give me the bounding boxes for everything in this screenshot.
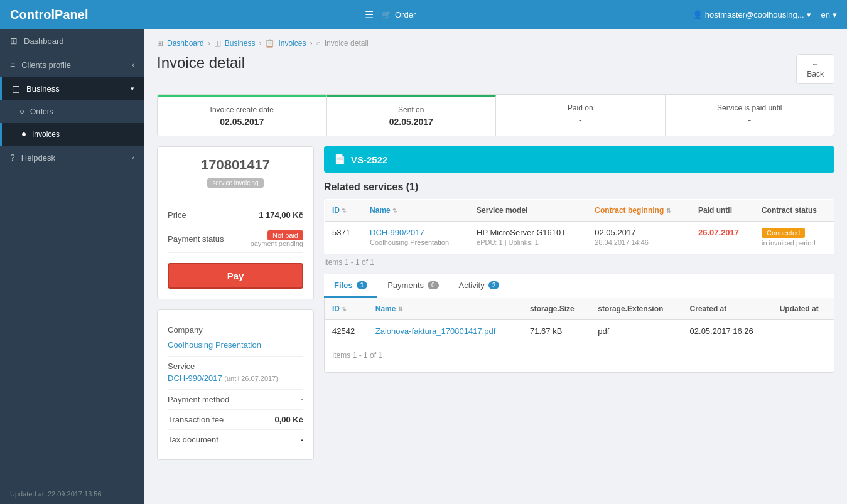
breadcrumb-sep3: › xyxy=(310,39,312,48)
tabs-bar: Files 1 Payments 0 Activity 2 xyxy=(324,274,834,298)
not-paid-badge: Not paid xyxy=(267,230,303,240)
document-icon: 📄 xyxy=(334,154,346,165)
service-row: Service xyxy=(168,357,303,373)
service-suffix: (until 26.07.2017) xyxy=(224,375,278,382)
sort-arrows-icon: ⇅ xyxy=(342,306,347,313)
chevron-left-icon: ‹ xyxy=(132,61,134,68)
cell-paid-until: 26.07.2017 xyxy=(691,222,754,254)
sort-arrows-icon: ⇅ xyxy=(392,208,397,214)
invoice-main-panel: 📄 VS-2522 Related services (1) ID ⇅ Name… xyxy=(324,146,834,380)
page-title: Invoice detail xyxy=(157,54,245,72)
navbar-right: 👤 hostmaster@coolhousing... ▾ en ▾ xyxy=(693,10,837,19)
col-service-model: Service model xyxy=(469,200,587,222)
payment-method-label: Payment method xyxy=(168,395,229,404)
table-row: 42542 Zalohova-faktura_170801417.pdf 71.… xyxy=(325,320,834,343)
cell-name: DCH-990/2017 Coolhousing Presentation xyxy=(362,222,469,254)
tax-document-label: Tax document xyxy=(168,435,218,444)
file-id: 42542 xyxy=(325,320,368,343)
price-row: Price 1 174,00 Kč xyxy=(168,205,303,225)
sidebar-item-business[interactable]: ◫ Business ▾ xyxy=(0,77,144,100)
sidebar-item-dashboard[interactable]: ⊞ Dashboard xyxy=(0,29,144,53)
chevron-left-icon: ‹ xyxy=(132,154,134,161)
files-badge: 1 xyxy=(357,281,368,289)
sidebar: ⊞ Dashboard ≡ Clients profile ‹ ◫ Busine… xyxy=(0,29,144,504)
status-card-paid-until: Service is paid until - xyxy=(666,95,834,136)
user-arrow-icon: ▾ xyxy=(807,10,811,19)
updated-at-label: Updated at: 22.09.2017 13:56 xyxy=(10,490,102,498)
lang-label: en xyxy=(821,10,830,19)
service-value[interactable]: DCH-990/2017 xyxy=(168,373,222,383)
invoice-layout: 170801417 service invoicing Price 1 174,… xyxy=(157,146,834,470)
sidebar-item-clients-profile[interactable]: ≡ Clients profile ‹ xyxy=(0,53,144,77)
company-row: Company xyxy=(168,320,303,340)
status-card-sent-on: Sent on 02.05.2017 xyxy=(327,95,497,136)
lang-arrow-icon: ▾ xyxy=(833,10,837,19)
helpdesk-icon: ? xyxy=(10,153,15,163)
service-model-sub: ePDU: 1 | Uplinks: 1 xyxy=(477,239,539,246)
sidebar-item-label: Orders xyxy=(30,107,53,116)
brand-title: ControlPanel xyxy=(10,8,88,22)
back-button[interactable]: ← Back xyxy=(796,54,834,84)
user-label: hostmaster@coolhousing... xyxy=(705,10,804,19)
files-col-id[interactable]: ID ⇅ xyxy=(325,298,368,320)
sidebar-item-helpdesk[interactable]: ? Helpdesk ‹ xyxy=(0,146,144,169)
tab-content-files: ID ⇅ Name ⇅ storage.Size storage.Extensi… xyxy=(324,298,834,373)
order-nav[interactable]: 🛒 Order xyxy=(381,10,416,19)
breadcrumb-current: Invoice detail xyxy=(325,39,369,48)
back-label: Back xyxy=(807,70,824,78)
cell-contract-status: Connected in invoiced period xyxy=(754,222,834,254)
menu-icon[interactable]: ☰ xyxy=(365,9,374,21)
service-name-link[interactable]: DCH-990/2017 xyxy=(370,228,424,237)
tax-document-value: - xyxy=(301,435,303,444)
transaction-fee-value: 0,00 Kč xyxy=(274,415,303,424)
breadcrumb-dashboard[interactable]: Dashboard xyxy=(167,39,204,48)
lang-selector[interactable]: en ▾ xyxy=(821,10,837,19)
back-arrow-icon: ← xyxy=(812,60,819,68)
tab-files[interactable]: Files 1 xyxy=(324,274,377,298)
activity-badge: 2 xyxy=(488,281,500,289)
breadcrumb-invoices[interactable]: Invoices xyxy=(278,39,306,48)
main-content: ⊞ Dashboard › ◫ Business › 📋 Invoices › … xyxy=(144,29,847,504)
related-services-section: Related services (1) ID ⇅ Name ⇅ Service… xyxy=(324,181,834,267)
clients-profile-icon: ≡ xyxy=(10,60,15,70)
contract-beginning-sub: 28.04.2017 14:46 xyxy=(595,239,649,246)
order-label: Order xyxy=(395,10,416,19)
user-menu[interactable]: 👤 hostmaster@coolhousing... ▾ xyxy=(693,10,811,19)
status-card-value: 02.05.2017 xyxy=(168,117,316,127)
tab-activity-label: Activity xyxy=(459,281,485,290)
files-col-name[interactable]: Name ⇅ xyxy=(368,298,522,320)
payment-pending-text: payment pending xyxy=(251,240,303,247)
tax-document-row: Tax document - xyxy=(168,430,303,449)
pay-button[interactable]: Pay xyxy=(168,263,303,289)
file-name-link[interactable]: Zalohova-faktura_170801417.pdf xyxy=(375,326,496,336)
dot-icon xyxy=(22,132,26,136)
sidebar-item-orders[interactable]: Orders xyxy=(0,100,144,123)
company-value[interactable]: Coolhousing Presentation xyxy=(168,340,261,350)
chevron-down-icon: ▾ xyxy=(131,85,134,93)
col-contract-beginning[interactable]: Contract beginning ⇅ xyxy=(587,200,691,222)
tab-payments-label: Payments xyxy=(387,281,424,290)
sidebar-item-invoices[interactable]: Invoices xyxy=(0,123,144,146)
cell-contract-beginning: 02.05.2017 28.04.2017 14:46 xyxy=(587,222,691,254)
connected-badge: Connected xyxy=(762,228,805,238)
invoice-type-badge: service invoicing xyxy=(207,178,263,188)
breadcrumb-business[interactable]: Business xyxy=(225,39,256,48)
file-ext: pdf xyxy=(590,320,682,343)
invoiced-period-label: in invoiced period xyxy=(762,239,816,247)
sidebar-footer: Updated at: 22.09.2017 13:56 xyxy=(0,484,144,504)
sidebar-item-label: Helpdesk xyxy=(21,153,55,163)
files-col-updated: Updated at xyxy=(772,298,834,320)
tab-activity[interactable]: Activity 2 xyxy=(449,274,510,298)
tab-payments[interactable]: Payments 0 xyxy=(377,274,448,298)
sidebar-item-label: Clients profile xyxy=(21,60,71,70)
price-label: Price xyxy=(168,210,186,220)
col-name[interactable]: Name ⇅ xyxy=(362,200,469,222)
files-table: ID ⇅ Name ⇅ storage.Size storage.Extensi… xyxy=(325,298,834,342)
dashboard-icon: ⊞ xyxy=(10,36,18,46)
related-services-items-count: Items 1 - 1 of 1 xyxy=(324,258,834,267)
tab-files-label: Files xyxy=(334,281,353,290)
col-id[interactable]: ID ⇅ xyxy=(325,200,363,222)
breadcrumb-icon2: ◫ xyxy=(214,39,221,48)
cart-icon: 🛒 xyxy=(381,10,391,19)
sidebar-item-label: Dashboard xyxy=(24,36,64,46)
